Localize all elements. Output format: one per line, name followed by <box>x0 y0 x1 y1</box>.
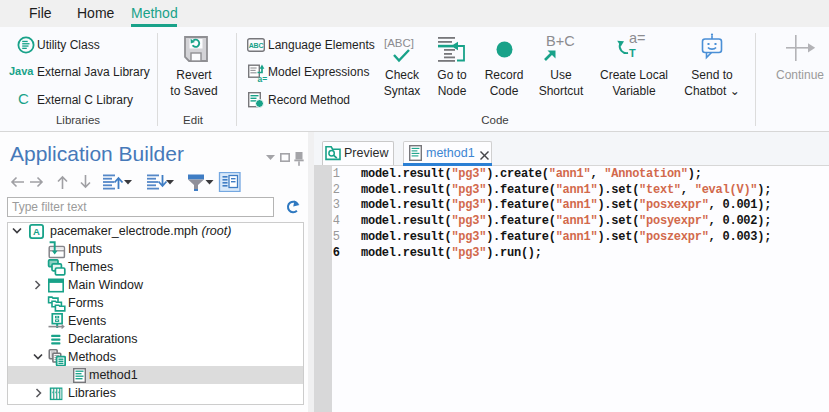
svg-text:a=: a= <box>258 74 268 84</box>
svg-text:T: T <box>629 47 636 58</box>
svg-text:ABC: ABC <box>249 42 264 49</box>
svg-text:A: A <box>33 226 40 237</box>
